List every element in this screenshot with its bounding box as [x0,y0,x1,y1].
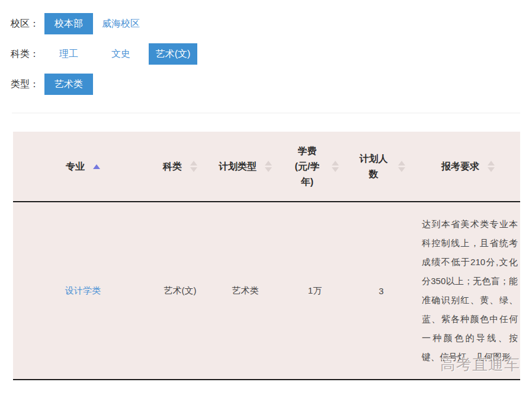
cell-subject-category: 艺术(文) [153,202,207,379]
cell-planned-count: 3 [347,202,416,379]
sort-icon[interactable] [265,161,272,172]
admission-plan-table: 专业 科类 计划类型 学费(元/学年) 计划人数 [13,132,520,380]
type-option-art[interactable]: 艺术类 [44,74,93,95]
subject-filter-options: 理工 文史 艺术(文) [44,43,201,65]
cell-tuition: 1万 [283,202,347,379]
cell-plan-type: 艺术类 [207,202,283,379]
subject-filter-label: 科类： [11,48,44,61]
column-header-tuition-label: 学费(元/学年) [291,144,323,190]
column-header-plan-type-label: 计划类型 [219,159,257,174]
major-link[interactable]: 设计学类 [65,285,101,297]
subject-option-liberal[interactable]: 文史 [97,43,145,65]
column-header-subject-label: 科类 [163,159,182,174]
column-header-count-label: 计划人数 [358,151,390,182]
column-header-requirements-label: 报考要求 [441,159,479,174]
sort-ascending-icon[interactable] [93,164,100,169]
filter-row-subject: 科类： 理工 文史 艺术(文) [11,43,532,65]
column-header-count[interactable]: 计划人数 [347,132,416,201]
column-header-tuition[interactable]: 学费(元/学年) [283,132,347,201]
subject-option-art-liberal[interactable]: 艺术(文) [149,43,197,65]
campus-filter-options: 校本部 威海校区 [44,13,149,34]
column-header-requirements[interactable]: 报考要求 [416,132,520,201]
sort-icon[interactable] [398,161,405,172]
sort-icon[interactable] [488,161,495,172]
subject-option-science[interactable]: 理工 [44,43,93,65]
column-header-major-label: 专业 [66,159,85,174]
filter-row-campus: 校区： 校本部 威海校区 [11,13,532,34]
table-row: 设计学类 艺术(文) 艺术类 1万 3 达到本省美术类专业本科控制线上，且省统考… [13,202,520,380]
type-filter-options: 艺术类 [44,74,97,95]
requirements-text: 达到本省美术类专业本科控制线上，且省统考成绩不低于210分,文化分350以上；无… [416,209,520,372]
type-filter-label: 类型： [11,78,44,91]
cell-major: 设计学类 [13,202,153,379]
column-header-subject[interactable]: 科类 [153,132,207,201]
sort-icon[interactable] [190,161,197,172]
column-header-major[interactable]: 专业 [13,132,153,201]
section-divider [12,113,520,113]
campus-filter-label: 校区： [11,18,44,30]
cell-requirements: 达到本省美术类专业本科控制线上，且省统考成绩不低于210分,文化分350以上；无… [416,202,520,379]
campus-option-main[interactable]: 校本部 [44,13,93,34]
table-header-row: 专业 科类 计划类型 学费(元/学年) 计划人数 [13,132,520,202]
filter-panel: 校区： 校本部 威海校区 科类： 理工 文史 艺术(文) 类型： 艺术类 [0,0,532,95]
filter-row-type: 类型： 艺术类 [11,74,532,95]
sort-icon[interactable] [332,161,339,172]
campus-option-weihai[interactable]: 威海校区 [97,13,145,34]
column-header-plan-type[interactable]: 计划类型 [207,132,283,201]
